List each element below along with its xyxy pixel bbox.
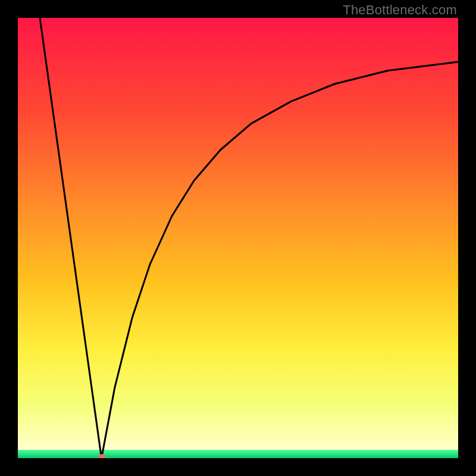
chart-frame: TheBottleneck.com <box>0 0 476 476</box>
watermark-text: TheBottleneck.com <box>343 2 457 18</box>
plot-area <box>18 18 458 458</box>
bottleneck-curve <box>18 18 458 458</box>
vertex-marker <box>98 454 106 458</box>
